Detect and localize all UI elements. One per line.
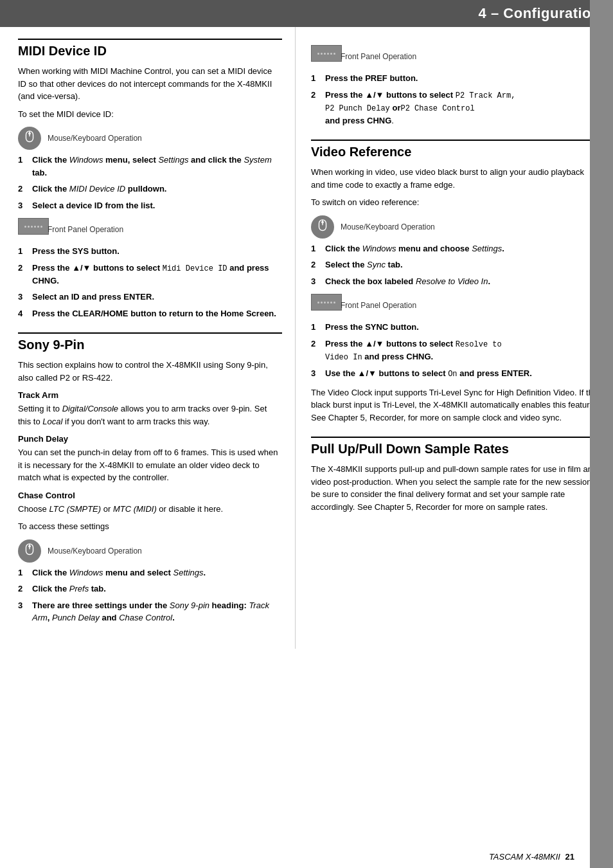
step-item: 3 There are three settings under the Son… — [18, 599, 282, 624]
mouse-svg-sony — [23, 543, 36, 559]
mouse-svg — [23, 131, 36, 146]
mouse-keyboard-icon — [18, 127, 41, 150]
midi-front-steps: 1 Press the SYS button. 2 Press the ▲/▼ … — [18, 245, 282, 320]
step-item: 1 Click the Windows menu and choose Sett… — [311, 242, 600, 255]
midi-front-op-row: Front Panel Operation — [18, 218, 282, 241]
video-front-op-row: Front Panel Operation — [311, 294, 600, 317]
left-column: MIDI Device ID When working with MIDI Ma… — [0, 27, 296, 649]
step-item: 2 Select the Sync tab. — [311, 258, 600, 271]
main-content: MIDI Device ID When working with MIDI Ma… — [0, 27, 613, 649]
video-note: The Video Clock input supports Tri-Level… — [311, 386, 600, 424]
step-item: 3 Check the box labeled Resolve to Video… — [311, 275, 600, 288]
panel-dots — [24, 226, 42, 228]
step-item: 2 Click the MIDI Device ID pulldown. — [18, 183, 282, 195]
step-item: 1 Press the SYS button. — [18, 245, 282, 258]
step-item: 3 Select an ID and press ENTER. — [18, 291, 282, 303]
svg-point-2 — [28, 132, 31, 135]
track-arm-text: Setting it to Digital/Console allows you… — [18, 402, 282, 428]
footer-text: TASCAM X-48MKII 21 — [489, 852, 574, 862]
front-panel-icon-video — [311, 294, 334, 317]
sony-intro: This section explains how to control the… — [18, 359, 282, 384]
step-item: 2 Press the ▲/▼ buttons to select Midi D… — [18, 262, 282, 287]
sony-mouse-op-row: Mouse/Keyboard Operation — [18, 539, 282, 563]
panel-dots-video — [317, 302, 335, 303]
video-front-steps: 1 Press the SYNC button. 2 Press the ▲/▼… — [311, 321, 600, 380]
step-item: 2 Press the ▲/▼ buttons to select P2 Tra… — [311, 89, 600, 127]
footer-page: 21 — [565, 852, 574, 862]
chapter-title: 4 – Configuration — [479, 5, 600, 21]
video-mouse-op-row: Mouse/Keyboard Operation — [311, 215, 600, 239]
svg-point-8 — [321, 221, 324, 223]
sony-title: Sony 9-Pin — [18, 332, 282, 352]
video-intro: When working in video, use video black b… — [311, 166, 600, 191]
step-item: 4 Press the CLEAR/HOME button to return … — [18, 307, 282, 320]
front-panel-icon-midi — [18, 218, 41, 241]
sony-front-op-row: Front Panel Operation — [311, 45, 600, 68]
sidebar-decoration — [590, 0, 613, 868]
sony-front-steps: 1 Press the PREF button. 2 Press the ▲/▼… — [311, 72, 600, 127]
sony-front-panel-section: Front Panel Operation 1 Press the PREF b… — [311, 45, 600, 127]
panel-dots-sony — [317, 53, 335, 55]
video-intro2: To switch on video reference: — [311, 196, 600, 209]
video-mouse-steps: 1 Click the Windows menu and choose Sett… — [311, 242, 600, 288]
midi-mouse-steps: 1 Click the Windows menu, select Setting… — [18, 154, 282, 212]
step-item: 2 Click the Prefs tab. — [18, 583, 282, 595]
video-section: Video Reference When working in video, u… — [311, 140, 600, 424]
panel-box-video — [311, 294, 342, 311]
video-title: Video Reference — [311, 140, 600, 159]
sony-front-label: Front Panel Operation — [341, 52, 416, 61]
sony-section: Sony 9-Pin This section explains how to … — [18, 332, 282, 624]
step-item: 1 Press the PREF button. — [311, 72, 600, 85]
mouse-circle — [18, 127, 41, 150]
midi-section: MIDI Device ID When working with MIDI Ma… — [18, 39, 282, 320]
video-front-label: Front Panel Operation — [341, 301, 416, 310]
chase-control-heading: Chase Control — [18, 491, 282, 500]
mouse-circle-video — [311, 215, 334, 239]
step-item: 3 Select a device ID from the list. — [18, 199, 282, 212]
panel-box-sony — [311, 45, 342, 62]
footer-bar: TASCAM X-48MKII 21 — [0, 836, 613, 868]
mouse-keyboard-icon-video — [311, 215, 334, 239]
chase-control-text: Choose LTC (SMPTE) or MTC (MIDI) or disa… — [18, 503, 282, 516]
step-item: 1 Press the SYNC button. — [311, 321, 600, 334]
step-item: 2 Press the ▲/▼ buttons to select Resolv… — [311, 338, 600, 363]
midi-title: MIDI Device ID — [18, 39, 282, 59]
midi-front-label: Front Panel Operation — [48, 225, 123, 234]
midi-mouse-op-row: Mouse/Keyboard Operation — [18, 127, 282, 150]
svg-point-5 — [28, 545, 31, 547]
right-column: Front Panel Operation 1 Press the PREF b… — [296, 27, 613, 649]
step-item: 1 Click the Windows menu and select Sett… — [18, 566, 282, 579]
sony-mouse-steps: 1 Click the Windows menu and select Sett… — [18, 566, 282, 624]
punch-delay-heading: Punch Delay — [18, 434, 282, 444]
access-text: To access these settings — [18, 520, 282, 533]
track-arm-heading: Track Arm — [18, 390, 282, 400]
pullup-title: Pull Up/Pull Down Sample Rates — [311, 437, 600, 457]
mouse-keyboard-icon-sony — [18, 539, 41, 563]
mouse-svg-video — [316, 219, 329, 235]
sony-mouse-label: Mouse/Keyboard Operation — [48, 547, 142, 556]
punch-delay-text: You can set the punch-in delay from off … — [18, 446, 282, 484]
midi-intro: When working with MIDI Machine Control, … — [18, 65, 282, 103]
video-mouse-label: Mouse/Keyboard Operation — [341, 222, 435, 231]
front-panel-icon-sony — [311, 45, 334, 68]
page-header: 4 – Configuration — [0, 0, 613, 27]
pullup-section: Pull Up/Pull Down Sample Rates The X-48M… — [311, 437, 600, 513]
panel-box — [18, 218, 49, 235]
mouse-circle-sony — [18, 539, 41, 563]
midi-mouse-label: Mouse/Keyboard Operation — [48, 134, 142, 143]
pullup-text: The X-48MKII supports pull-up and pull-d… — [311, 463, 600, 513]
step-item: 3 Use the ▲/▼ buttons to select On and p… — [311, 367, 600, 380]
step-item: 1 Click the Windows menu, select Setting… — [18, 154, 282, 179]
footer-brand: TASCAM X-48MKII — [489, 852, 560, 862]
midi-intro2: To set the MIDI device ID: — [18, 108, 282, 121]
